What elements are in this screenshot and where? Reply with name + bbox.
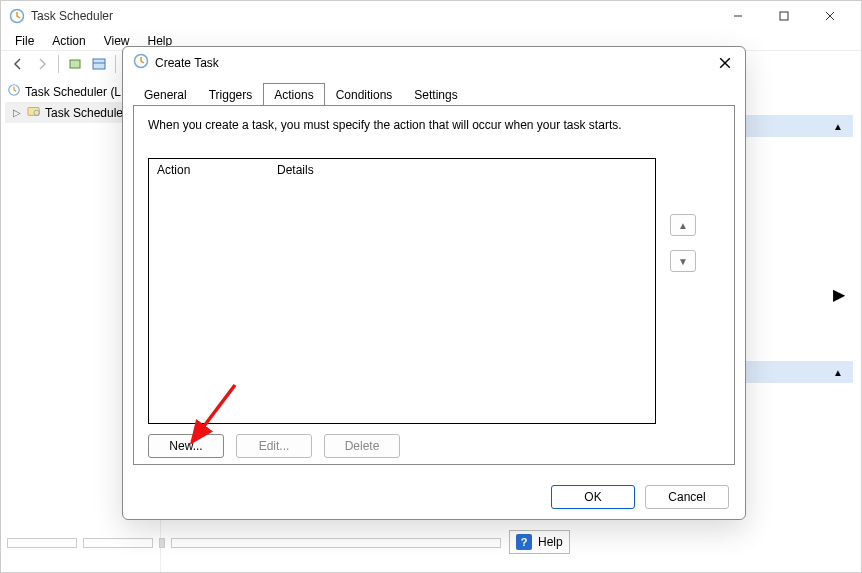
tree-root-label: Task Scheduler (L bbox=[25, 85, 121, 99]
maximize-button[interactable] bbox=[761, 1, 807, 31]
menu-file[interactable]: File bbox=[7, 32, 42, 50]
status-block bbox=[83, 538, 153, 548]
window-controls bbox=[715, 1, 853, 31]
chevron-right-icon[interactable]: ▶ bbox=[833, 285, 845, 304]
chevron-up-icon[interactable]: ▲ bbox=[833, 121, 843, 132]
help-item[interactable]: ? Help bbox=[509, 530, 570, 554]
svg-rect-2 bbox=[70, 60, 80, 68]
dialog-title: Create Task bbox=[155, 56, 715, 70]
delete-button[interactable]: Delete bbox=[324, 434, 400, 458]
dialog-titlebar: Create Task bbox=[123, 47, 745, 79]
minimize-button[interactable] bbox=[715, 1, 761, 31]
expand-icon[interactable]: ▷ bbox=[13, 107, 23, 118]
svg-rect-8 bbox=[28, 108, 39, 116]
tab-actions[interactable]: Actions bbox=[263, 83, 324, 106]
titlebar: Task Scheduler bbox=[1, 1, 861, 31]
svg-rect-3 bbox=[93, 59, 105, 69]
app-icon bbox=[9, 8, 25, 24]
description-text: When you create a task, you must specify… bbox=[148, 118, 720, 132]
splitter-area bbox=[7, 538, 501, 548]
tab-conditions[interactable]: Conditions bbox=[325, 83, 404, 106]
splitter-handle[interactable] bbox=[159, 538, 165, 548]
help-label: Help bbox=[538, 535, 563, 549]
menu-action[interactable]: Action bbox=[44, 32, 93, 50]
back-button[interactable] bbox=[7, 53, 29, 75]
tab-body: When you create a task, you must specify… bbox=[133, 105, 735, 465]
status-block bbox=[171, 538, 501, 548]
move-down-button[interactable]: ▼ bbox=[670, 250, 696, 272]
ok-button[interactable]: OK bbox=[551, 485, 635, 509]
help-icon: ? bbox=[516, 534, 532, 550]
window-title: Task Scheduler bbox=[31, 9, 715, 23]
reorder-buttons: ▲ ▼ bbox=[670, 214, 696, 272]
tabstrip: General Triggers Actions Conditions Sett… bbox=[133, 81, 735, 105]
toolbar-icon-2[interactable] bbox=[88, 53, 110, 75]
status-block bbox=[7, 538, 77, 548]
close-button[interactable] bbox=[807, 1, 853, 31]
tab-general[interactable]: General bbox=[133, 83, 198, 106]
folder-icon bbox=[27, 104, 41, 121]
toolbar-icon-1[interactable] bbox=[64, 53, 86, 75]
actions-list[interactable]: Action Details bbox=[148, 158, 656, 424]
tab-triggers[interactable]: Triggers bbox=[198, 83, 264, 106]
cancel-button[interactable]: Cancel bbox=[645, 485, 729, 509]
move-up-button[interactable]: ▲ bbox=[670, 214, 696, 236]
clock-icon bbox=[7, 83, 21, 100]
dialog-close-button[interactable] bbox=[715, 53, 735, 73]
clock-icon bbox=[133, 53, 149, 73]
chevron-up-icon[interactable]: ▲ bbox=[833, 367, 843, 378]
dialog-footer: OK Cancel bbox=[123, 475, 745, 519]
tree-library-label: Task Schedule bbox=[45, 106, 123, 120]
forward-button[interactable] bbox=[31, 53, 53, 75]
edit-button[interactable]: Edit... bbox=[236, 434, 312, 458]
action-buttons: New... Edit... Delete bbox=[148, 434, 400, 458]
tab-settings[interactable]: Settings bbox=[403, 83, 468, 106]
create-task-dialog: Create Task General Triggers Actions Con… bbox=[122, 46, 746, 520]
new-button[interactable]: New... bbox=[148, 434, 224, 458]
col-action[interactable]: Action bbox=[149, 163, 269, 177]
col-details[interactable]: Details bbox=[269, 163, 322, 177]
list-header: Action Details bbox=[149, 159, 655, 181]
svg-rect-1 bbox=[780, 12, 788, 20]
